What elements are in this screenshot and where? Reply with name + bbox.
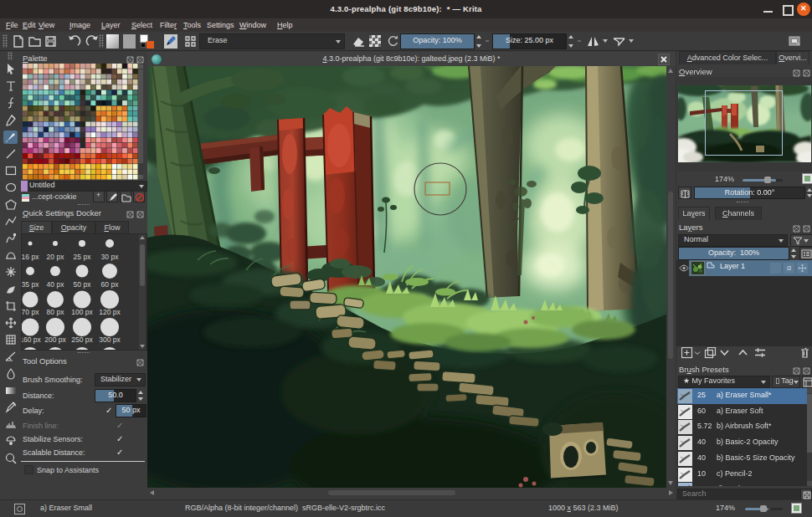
svg-text:80 px: 80 px — [47, 308, 65, 316]
svg-text:40 px: 40 px — [47, 280, 65, 289]
svg-text:20 px: 20 px — [47, 253, 65, 261]
svg-text:35 px: 35 px — [22, 280, 40, 289]
svg-text:200 px: 200 px — [44, 335, 66, 344]
svg-text:100 px: 100 px — [71, 308, 93, 316]
svg-text:50 px: 50 px — [74, 280, 92, 289]
svg-text:16 px: 16 px — [22, 253, 40, 261]
svg-text:160 px: 160 px — [21, 335, 42, 344]
svg-text:300 px: 300 px — [99, 335, 121, 344]
svg-text:120 px: 120 px — [99, 308, 121, 316]
svg-text:250 px: 250 px — [71, 335, 93, 344]
svg-text:30 px: 30 px — [101, 253, 120, 261]
svg-text:25 px: 25 px — [74, 253, 92, 261]
svg-text:70 px: 70 px — [22, 308, 40, 316]
svg-text:60 px: 60 px — [101, 280, 120, 289]
